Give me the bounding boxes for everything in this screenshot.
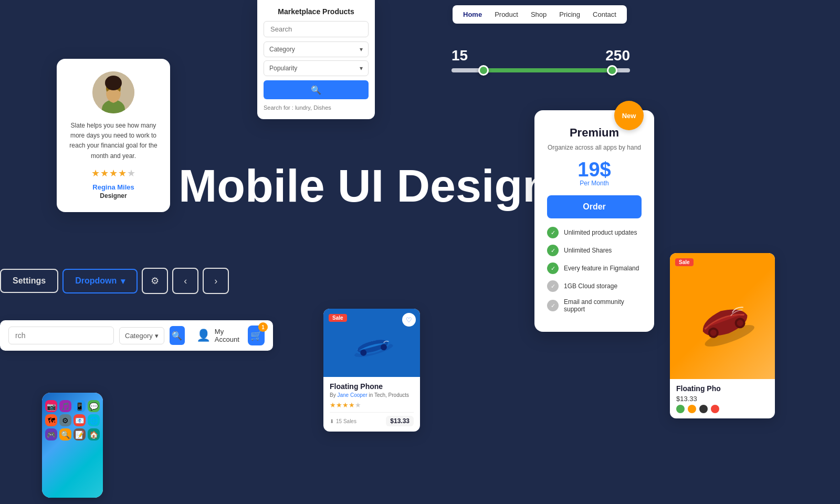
app-icon-2[interactable]: 🎵: [59, 400, 71, 412]
account-section: 👤 My Account: [196, 328, 239, 343]
feature-text-5: Email and community support: [564, 298, 642, 313]
gear-button[interactable]: ⚙: [142, 268, 168, 294]
next-button[interactable]: ›: [203, 268, 229, 294]
range-widget: 15 250: [452, 47, 630, 72]
settings-button[interactable]: Settings: [0, 269, 58, 293]
pricing-price: 19$: [547, 160, 642, 180]
chevron-down-icon: ▾: [121, 276, 125, 286]
avatar: [92, 71, 134, 113]
range-fill: [484, 68, 612, 72]
product-sales: ⬇ 15 Sales: [330, 418, 356, 424]
feature-text-1: Unlimited product updates: [564, 229, 637, 236]
order-button[interactable]: Order: [547, 195, 642, 218]
wishlist-button[interactable]: ♡: [402, 313, 416, 327]
app-icon-3[interactable]: 📱: [74, 400, 86, 412]
check-icon-4: ✓: [547, 280, 559, 292]
testimonial-text: Slate helps you see how many more days y…: [67, 121, 160, 161]
check-icon-5: ✓: [547, 300, 559, 311]
app-icon-1[interactable]: 📷: [45, 400, 57, 412]
check-icon-2: ✓: [547, 245, 559, 256]
pricing-card: New Premium Organize across all apps by …: [534, 110, 654, 332]
product2-image: Sale: [670, 253, 775, 379]
new-badge: New: [614, 101, 644, 130]
cart-badge: 1: [258, 322, 268, 332]
phone-screen: 📷 🎵 📱 💬 🗺 ⚙ 📧 🌐 🎮 🔍 📝 🏠: [42, 393, 103, 498]
pricing-subtitle: Organize across all apps by hand: [547, 143, 642, 152]
feature-4: ✓ 1GB Cloud storage: [547, 280, 642, 292]
chevron-right-icon: ›: [214, 276, 217, 287]
color-red[interactable]: [711, 405, 719, 413]
buttons-row: Settings Dropdown ▾ ⚙ ‹ ›: [0, 268, 229, 294]
category-select[interactable]: Category ▾: [119, 327, 164, 344]
feature-2: ✓ Unlimited Shares: [547, 245, 642, 256]
range-thumb-left[interactable]: [478, 65, 489, 76]
account-label[interactable]: My Account: [215, 328, 239, 343]
svg-point-4: [105, 76, 122, 90]
app-icon-11[interactable]: 📝: [74, 428, 86, 440]
nav-item-home[interactable]: Home: [463, 10, 482, 18]
gear-icon: ⚙: [151, 275, 159, 287]
product-price: $13.33: [386, 416, 414, 426]
range-thumb-right[interactable]: [607, 65, 617, 76]
product-name: Floating Phone: [330, 382, 414, 391]
product-author: By Jane Cooper in Tech, Products: [330, 392, 414, 398]
product2-name: Floating Pho: [676, 384, 769, 393]
pricing-per: Per Month: [547, 180, 642, 187]
feature-text-4: 1GB Cloud storage: [564, 282, 617, 290]
range-min-value: 15: [452, 47, 468, 64]
color-green[interactable]: [676, 405, 685, 413]
check-icon-3: ✓: [547, 262, 559, 274]
product-card-2: Sale Floating Pho $13.33: [670, 253, 775, 418]
product2-price: $13.33: [676, 395, 769, 403]
testimonial-stars: ★★★★★: [67, 167, 160, 179]
nav-bar: Home Product Shop Pricing Contact: [453, 5, 627, 24]
product-card: Sale ♡ Floating Phone By Jane Cooper in …: [323, 309, 420, 432]
feature-text-2: Unlimited Shares: [564, 247, 612, 254]
check-icon-1: ✓: [547, 227, 559, 238]
color-black[interactable]: [699, 405, 708, 413]
dropdown-button[interactable]: Dropdown ▾: [62, 269, 138, 293]
marketplace-search-input[interactable]: [264, 21, 369, 37]
product-image: Sale ♡: [323, 309, 420, 377]
app-icon-5[interactable]: 🗺: [45, 414, 57, 426]
testimonial-role: Designer: [67, 192, 160, 200]
color-orange[interactable]: [688, 405, 696, 413]
app-icon-12[interactable]: 🏠: [88, 428, 100, 440]
feature-text-3: Every feature in Figmaland: [564, 265, 639, 272]
popularity-dropdown[interactable]: Popularity ▾: [264, 60, 369, 76]
feature-5: ✓ Email and community support: [547, 298, 642, 313]
account-icon[interactable]: 👤: [196, 329, 211, 342]
category-dropdown[interactable]: Category ▾: [264, 41, 369, 57]
app-icon-8[interactable]: 🌐: [88, 414, 100, 426]
testimonial-name: Regina Miles: [67, 183, 160, 191]
marketplace-card: Marketplace Products Category ▾ Populari…: [257, 0, 375, 119]
phone-mockup: 📷 🎵 📱 💬 🗺 ⚙ 📧 🌐 🎮 🔍 📝 🏠: [42, 393, 103, 498]
product2-sale-badge: Sale: [675, 258, 694, 266]
product-stars: ★★★★★: [330, 401, 414, 409]
app-icon-4[interactable]: 💬: [88, 400, 100, 412]
chevron-down-icon: ▾: [360, 65, 363, 72]
range-max-value: 250: [605, 47, 630, 64]
chevron-down-icon: ▾: [155, 332, 159, 340]
range-track[interactable]: [452, 68, 630, 72]
feature-3: ✓ Every feature in Figmaland: [547, 262, 642, 274]
testimonial-card: Slate helps you see how many more days y…: [57, 59, 170, 212]
cart-button[interactable]: 🛒 1: [248, 326, 265, 345]
search-button[interactable]: 🔍: [170, 326, 185, 345]
app-icon-9[interactable]: 🎮: [45, 428, 57, 440]
app-icon-6[interactable]: ⚙: [59, 414, 71, 426]
nav-item-product[interactable]: Product: [495, 10, 518, 18]
search-icon: 🔍: [311, 85, 321, 95]
chevron-down-icon: ▾: [360, 46, 363, 53]
sale-badge: Sale: [329, 314, 347, 322]
prev-button[interactable]: ‹: [172, 268, 198, 294]
app-icon-10[interactable]: 🔍: [59, 428, 71, 440]
phone-app-grid: 📷 🎵 📱 💬 🗺 ⚙ 📧 🌐 🎮 🔍 📝 🏠: [45, 396, 100, 440]
search-input[interactable]: [8, 327, 114, 344]
nav-item-shop[interactable]: Shop: [531, 10, 547, 18]
app-icon-7[interactable]: 📧: [74, 414, 86, 426]
marketplace-search-button[interactable]: 🔍: [264, 80, 369, 99]
cart-icon: 🛒: [250, 330, 262, 341]
nav-item-contact[interactable]: Contact: [593, 10, 616, 18]
nav-item-pricing[interactable]: Pricing: [559, 10, 580, 18]
